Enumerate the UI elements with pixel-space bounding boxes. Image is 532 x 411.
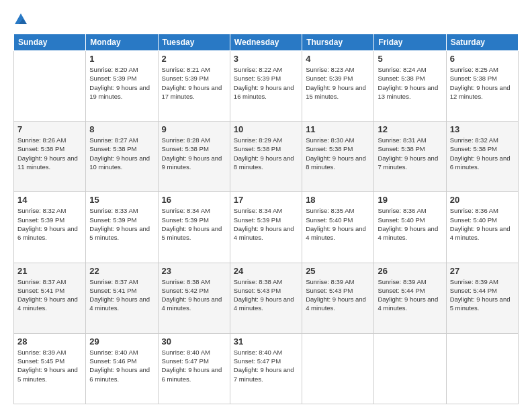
page: SundayMondayTuesdayWednesdayThursdayFrid…	[0, 0, 532, 411]
day-info: Sunrise: 8:39 AMSunset: 5:44 PMDaylight:…	[450, 277, 515, 313]
header	[13, 12, 519, 27]
calendar-cell	[302, 333, 374, 404]
day-number: 22	[89, 266, 154, 276]
day-number: 31	[234, 336, 298, 347]
calendar-cell: 22Sunrise: 8:37 AMSunset: 5:41 PMDayligh…	[86, 263, 158, 333]
calendar-cell: 30Sunrise: 8:40 AMSunset: 5:47 PMDayligh…	[158, 333, 230, 404]
day-info: Sunrise: 8:39 AMSunset: 5:45 PMDaylight:…	[17, 348, 82, 383]
day-info: Sunrise: 8:32 AMSunset: 5:38 PMDaylight:…	[450, 136, 515, 171]
day-number: 13	[450, 124, 515, 134]
calendar-week: 7Sunrise: 8:26 AMSunset: 5:38 PMDaylight…	[14, 122, 519, 192]
calendar-cell: 24Sunrise: 8:38 AMSunset: 5:43 PMDayligh…	[230, 263, 302, 333]
day-info: Sunrise: 8:35 AMSunset: 5:40 PMDaylight:…	[306, 206, 370, 242]
day-number: 23	[162, 266, 226, 276]
day-info: Sunrise: 8:25 AMSunset: 5:38 PMDaylight:…	[450, 65, 515, 101]
day-number: 19	[378, 195, 442, 205]
day-number: 7	[17, 124, 82, 134]
day-info: Sunrise: 8:27 AMSunset: 5:38 PMDaylight:…	[89, 136, 154, 171]
day-info: Sunrise: 8:33 AMSunset: 5:39 PMDaylight:…	[89, 206, 154, 242]
day-number: 5	[378, 54, 442, 64]
calendar-cell: 5Sunrise: 8:24 AMSunset: 5:38 PMDaylight…	[374, 51, 446, 122]
weekday-header: Tuesday	[158, 34, 230, 51]
day-number: 14	[17, 195, 82, 205]
calendar-cell: 2Sunrise: 8:21 AMSunset: 5:39 PMDaylight…	[158, 51, 230, 122]
day-info: Sunrise: 8:36 AMSunset: 5:40 PMDaylight:…	[378, 206, 442, 242]
day-number: 29	[89, 336, 154, 347]
calendar-cell: 11Sunrise: 8:30 AMSunset: 5:38 PMDayligh…	[302, 122, 374, 192]
calendar-cell: 29Sunrise: 8:40 AMSunset: 5:46 PMDayligh…	[86, 333, 158, 404]
day-number: 30	[162, 336, 226, 347]
weekday-header: Thursday	[302, 34, 374, 51]
day-info: Sunrise: 8:36 AMSunset: 5:40 PMDaylight:…	[450, 206, 515, 242]
calendar-week: 1Sunrise: 8:20 AMSunset: 5:39 PMDaylight…	[14, 51, 519, 122]
day-info: Sunrise: 8:30 AMSunset: 5:38 PMDaylight:…	[306, 136, 370, 171]
day-info: Sunrise: 8:22 AMSunset: 5:39 PMDaylight:…	[234, 65, 298, 101]
day-number: 6	[450, 54, 515, 64]
calendar-cell: 8Sunrise: 8:27 AMSunset: 5:38 PMDaylight…	[86, 122, 158, 192]
day-info: Sunrise: 8:29 AMSunset: 5:38 PMDaylight:…	[234, 136, 298, 171]
day-info: Sunrise: 8:40 AMSunset: 5:47 PMDaylight:…	[234, 348, 298, 383]
calendar-week: 14Sunrise: 8:32 AMSunset: 5:39 PMDayligh…	[14, 192, 519, 263]
day-info: Sunrise: 8:38 AMSunset: 5:42 PMDaylight:…	[162, 277, 226, 313]
calendar-cell: 15Sunrise: 8:33 AMSunset: 5:39 PMDayligh…	[86, 192, 158, 263]
calendar-cell: 3Sunrise: 8:22 AMSunset: 5:39 PMDaylight…	[230, 51, 302, 122]
calendar-cell: 25Sunrise: 8:39 AMSunset: 5:43 PMDayligh…	[302, 263, 374, 333]
day-number: 18	[306, 195, 370, 205]
day-number: 8	[89, 124, 154, 134]
day-info: Sunrise: 8:34 AMSunset: 5:39 PMDaylight:…	[162, 206, 226, 242]
day-number: 26	[378, 266, 442, 276]
calendar-cell: 9Sunrise: 8:28 AMSunset: 5:38 PMDaylight…	[158, 122, 230, 192]
calendar: SundayMondayTuesdayWednesdayThursdayFrid…	[13, 34, 519, 404]
weekday-header: Friday	[374, 34, 446, 51]
calendar-cell: 13Sunrise: 8:32 AMSunset: 5:38 PMDayligh…	[446, 122, 518, 192]
calendar-cell: 20Sunrise: 8:36 AMSunset: 5:40 PMDayligh…	[446, 192, 518, 263]
calendar-cell	[14, 51, 86, 122]
weekday-header: Saturday	[446, 34, 518, 51]
day-info: Sunrise: 8:40 AMSunset: 5:47 PMDaylight:…	[162, 348, 226, 383]
day-number: 2	[162, 54, 226, 64]
day-info: Sunrise: 8:37 AMSunset: 5:41 PMDaylight:…	[17, 277, 82, 313]
calendar-cell: 14Sunrise: 8:32 AMSunset: 5:39 PMDayligh…	[14, 192, 86, 263]
calendar-cell	[374, 333, 446, 404]
weekday-header: Wednesday	[230, 34, 302, 51]
day-number: 24	[234, 266, 298, 276]
calendar-cell: 4Sunrise: 8:23 AMSunset: 5:39 PMDaylight…	[302, 51, 374, 122]
calendar-cell: 23Sunrise: 8:38 AMSunset: 5:42 PMDayligh…	[158, 263, 230, 333]
day-number: 27	[450, 266, 515, 276]
day-number: 20	[450, 195, 515, 205]
calendar-body: 1Sunrise: 8:20 AMSunset: 5:39 PMDaylight…	[14, 51, 519, 404]
calendar-cell: 1Sunrise: 8:20 AMSunset: 5:39 PMDaylight…	[86, 51, 158, 122]
day-info: Sunrise: 8:37 AMSunset: 5:41 PMDaylight:…	[89, 277, 154, 313]
day-number: 1	[89, 54, 154, 64]
day-number: 12	[378, 124, 442, 134]
day-number: 15	[89, 195, 154, 205]
day-number: 9	[162, 124, 226, 134]
day-info: Sunrise: 8:39 AMSunset: 5:43 PMDaylight:…	[306, 277, 370, 313]
calendar-cell	[446, 333, 518, 404]
day-info: Sunrise: 8:39 AMSunset: 5:44 PMDaylight:…	[378, 277, 442, 313]
day-number: 25	[306, 266, 370, 276]
day-info: Sunrise: 8:34 AMSunset: 5:39 PMDaylight:…	[234, 206, 298, 242]
weekday-header: Sunday	[14, 34, 86, 51]
day-info: Sunrise: 8:38 AMSunset: 5:43 PMDaylight:…	[234, 277, 298, 313]
day-number: 16	[162, 195, 226, 205]
day-info: Sunrise: 8:32 AMSunset: 5:39 PMDaylight:…	[17, 206, 82, 242]
calendar-cell: 6Sunrise: 8:25 AMSunset: 5:38 PMDaylight…	[446, 51, 518, 122]
day-number: 17	[234, 195, 298, 205]
day-number: 28	[17, 336, 82, 347]
calendar-cell: 27Sunrise: 8:39 AMSunset: 5:44 PMDayligh…	[446, 263, 518, 333]
day-info: Sunrise: 8:40 AMSunset: 5:46 PMDaylight:…	[89, 348, 154, 383]
day-number: 3	[234, 54, 298, 64]
calendar-cell: 31Sunrise: 8:40 AMSunset: 5:47 PMDayligh…	[230, 333, 302, 404]
calendar-cell: 28Sunrise: 8:39 AMSunset: 5:45 PMDayligh…	[14, 333, 86, 404]
weekday-header: Monday	[86, 34, 158, 51]
calendar-cell: 21Sunrise: 8:37 AMSunset: 5:41 PMDayligh…	[14, 263, 86, 333]
calendar-week: 28Sunrise: 8:39 AMSunset: 5:45 PMDayligh…	[14, 333, 519, 404]
day-info: Sunrise: 8:24 AMSunset: 5:38 PMDaylight:…	[378, 65, 442, 101]
day-number: 10	[234, 124, 298, 134]
day-info: Sunrise: 8:28 AMSunset: 5:38 PMDaylight:…	[162, 136, 226, 171]
day-number: 21	[17, 266, 82, 276]
day-info: Sunrise: 8:20 AMSunset: 5:39 PMDaylight:…	[89, 65, 154, 101]
calendar-cell: 19Sunrise: 8:36 AMSunset: 5:40 PMDayligh…	[374, 192, 446, 263]
calendar-header: SundayMondayTuesdayWednesdayThursdayFrid…	[14, 34, 519, 51]
